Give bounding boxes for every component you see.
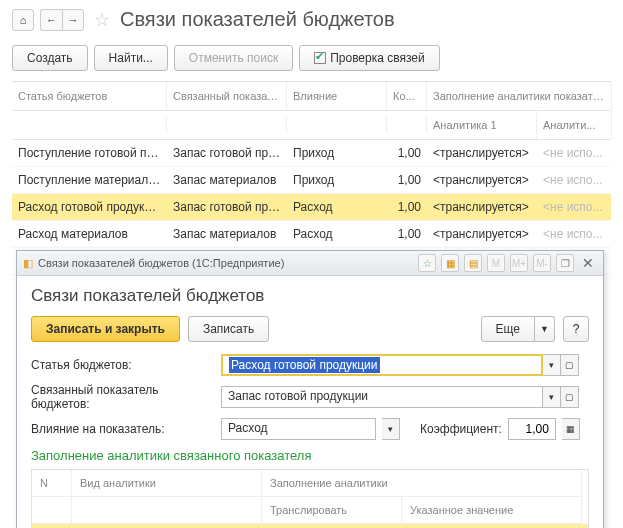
col-fill[interactable]: Заполнение аналитики (262, 470, 582, 497)
help-button[interactable]: ? (563, 316, 589, 342)
cancel-search-button: Отменить поиск (174, 45, 293, 71)
edit-dialog: ◧ Связи показателей бюджетов (1С:Предпри… (16, 250, 604, 528)
col-n[interactable]: N (32, 470, 72, 497)
col-coef[interactable]: Ко... (387, 82, 427, 110)
table-row[interactable]: Поступление материаловЗапас материаловПр… (12, 167, 611, 194)
calc-small-icon[interactable]: ▦ (562, 418, 580, 440)
related-label: Связанный показатель бюджетов: (31, 383, 215, 411)
favorite-icon[interactable]: ☆ (418, 254, 436, 272)
col-translate[interactable]: Транслировать (262, 497, 402, 524)
save-button[interactable]: Записать (188, 316, 269, 342)
favorite-star-icon[interactable]: ☆ (94, 9, 110, 31)
dropdown-icon[interactable]: ▾ (543, 386, 561, 408)
more-button[interactable]: Еще ▼ (481, 316, 555, 342)
translate-checkbox[interactable]: ✔ (262, 524, 402, 528)
grid-icon[interactable]: ▦ (441, 254, 459, 272)
check-links-button[interactable]: Проверка связей (299, 45, 440, 71)
back-button[interactable]: ← (40, 9, 62, 31)
m-minus-icon[interactable]: M- (533, 254, 551, 272)
table-row[interactable]: Расход материаловЗапас материаловРасход1… (12, 221, 611, 248)
create-button[interactable]: Создать (12, 45, 88, 71)
analytics-row[interactable]: 1 Номенклатура ✔ <прочие Номенклатура> (32, 524, 588, 528)
coef-input[interactable] (508, 418, 556, 440)
forward-button[interactable]: → (62, 9, 84, 31)
table-row[interactable]: Расход готовой продукцииЗапас готовой пр… (12, 194, 611, 221)
grid-subheader: Аналитика 1 Аналити... (12, 111, 611, 140)
close-icon[interactable]: ✕ (579, 254, 597, 272)
influence-label: Влияние на показатель: (31, 422, 215, 436)
analytics-section-title: Заполнение аналитики связанного показате… (31, 448, 589, 463)
window-restore-icon[interactable]: ❐ (556, 254, 574, 272)
col-analytics2[interactable]: Аналити... (537, 111, 612, 139)
main-grid[interactable]: Статья бюджетов Связанный показатель бюд… (12, 81, 611, 275)
col-article[interactable]: Статья бюджетов (12, 82, 167, 110)
m-plus-icon[interactable]: M+ (510, 254, 528, 272)
table-row[interactable]: Поступление готовой пр...Запас готовой п… (12, 140, 611, 167)
dialog-window-title: Связи показателей бюджетов (1С:Предприят… (38, 257, 284, 269)
home-button[interactable]: ⌂ (12, 9, 34, 31)
dialog-heading: Связи показателей бюджетов (31, 286, 589, 306)
analytics-grid[interactable]: N Вид аналитики Заполнение аналитики Тра… (31, 469, 589, 528)
grid-header: Статья бюджетов Связанный показатель бюд… (12, 82, 611, 111)
article-label: Статья бюджетов: (31, 358, 215, 372)
page-title: Связи показателей бюджетов (120, 8, 395, 31)
chevron-down-icon[interactable]: ▼ (535, 316, 555, 342)
calc-icon[interactable]: ▤ (464, 254, 482, 272)
related-input[interactable]: Запас готовой продукции (221, 386, 543, 408)
dropdown-icon[interactable]: ▾ (543, 354, 561, 376)
find-button[interactable]: Найти... (94, 45, 168, 71)
save-close-button[interactable]: Записать и закрыть (31, 316, 180, 342)
dropdown-icon[interactable]: ▾ (382, 418, 400, 440)
col-analytics1[interactable]: Аналитика 1 (427, 111, 537, 139)
col-related[interactable]: Связанный показатель бюджетов (167, 82, 287, 110)
check-icon (314, 52, 326, 64)
article-input[interactable]: Расход готовой продукции (221, 354, 543, 376)
col-fill[interactable]: Заполнение аналитики показателя (427, 82, 612, 110)
influence-input[interactable]: Расход (221, 418, 376, 440)
col-value[interactable]: Указанное значение (402, 497, 582, 524)
m-icon[interactable]: M (487, 254, 505, 272)
col-influence[interactable]: Влияние (287, 82, 387, 110)
open-icon[interactable]: ▢ (561, 354, 579, 376)
col-type[interactable]: Вид аналитики (72, 470, 262, 497)
open-icon[interactable]: ▢ (561, 386, 579, 408)
coef-label: Коэффициент: (420, 422, 502, 436)
dialog-app-icon: ◧ (23, 257, 33, 270)
